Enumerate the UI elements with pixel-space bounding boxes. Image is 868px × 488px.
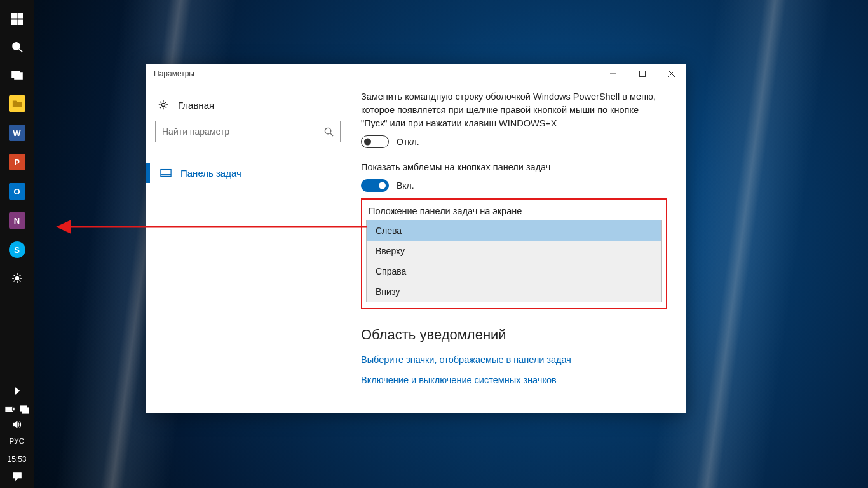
sidebar-item-taskbar[interactable]: Панель задач [155,160,341,186]
clock[interactable]: 15:53 [7,455,26,464]
svg-rect-13 [22,408,29,413]
position-option-right[interactable]: Справа [367,261,661,281]
svg-rect-1 [18,13,23,18]
tray-overflow-icon[interactable] [4,383,30,399]
taskbar-app-powerpoint[interactable]: P [4,149,30,175]
taskbar-app-file-explorer[interactable] [4,91,30,116]
svg-rect-3 [18,20,23,25]
svg-marker-15 [56,220,71,234]
svg-rect-17 [640,71,646,77]
battery-icon[interactable] [5,404,15,416]
search-input[interactable] [155,121,341,142]
window-title: Параметры [154,69,194,78]
settings-window: Параметры Главная Панель задач Заменить … [146,64,686,413]
minimize-button[interactable] [599,64,628,84]
position-option-bottom[interactable]: Внизу [367,281,661,302]
maximize-button[interactable] [628,64,657,84]
powershell-description: Заменить командную строку оболочкой Wind… [361,90,667,130]
taskbar-position-dropdown[interactable]: Слева Вверху Справа Внизу [366,220,662,302]
svg-rect-7 [15,73,22,79]
home-button[interactable]: Главная [155,95,341,121]
settings-sidebar: Главная Панель задач [146,84,349,413]
settings-icon[interactable] [4,266,30,291]
badges-toggle-label: Вкл. [397,180,414,191]
powershell-toggle-label: Откл. [397,137,419,147]
taskbar-app-word[interactable]: W [4,120,30,146]
taskbar-position-label: Положение панели задач на экране [369,206,660,216]
badges-toggle[interactable] [361,179,389,192]
network-icon[interactable] [19,404,29,416]
svg-rect-2 [11,20,17,25]
home-label: Главная [178,100,214,111]
position-option-top[interactable]: Вверху [367,241,661,261]
sidebar-item-label: Панель задач [180,168,241,179]
taskbar-app-onenote[interactable]: N [4,208,30,233]
search-icon[interactable] [4,34,30,60]
taskview-icon[interactable] [4,62,30,88]
settings-content: Заменить командную строку оболочкой Wind… [349,84,686,413]
svg-rect-0 [11,13,17,18]
badges-description: Показать эмблемы на кнопках панели задач [361,161,667,174]
taskbar: W P O N S РУС 15:53 [0,0,34,488]
svg-point-8 [15,277,18,280]
svg-point-4 [13,43,20,50]
position-option-left[interactable]: Слева [367,220,661,241]
language-indicator[interactable]: РУС [10,437,25,445]
system-icons-link[interactable]: Включение и выключение системных значков [361,375,667,385]
svg-rect-11 [6,407,11,410]
action-center-icon[interactable] [12,471,22,483]
search-field[interactable] [162,126,324,137]
svg-line-5 [19,49,22,52]
powershell-toggle[interactable] [361,135,389,148]
taskbar-app-outlook[interactable]: O [4,179,30,204]
svg-rect-23 [161,170,171,177]
system-tray: РУС 15:53 [4,376,30,488]
notification-area-heading: Область уведомлений [361,327,667,343]
taskbar-position-section: Положение панели задач на экране Слева В… [361,198,667,309]
start-button[interactable] [4,6,30,32]
svg-point-21 [325,128,330,133]
titlebar: Параметры [146,64,686,84]
taskbar-app-skype[interactable]: S [4,237,30,262]
svg-line-22 [330,133,333,135]
volume-icon[interactable] [12,419,22,431]
select-icons-link[interactable]: Выберите значки, отображаемые в панели з… [361,355,667,365]
close-button[interactable] [657,64,686,84]
svg-rect-10 [13,408,14,410]
svg-point-20 [161,103,165,106]
